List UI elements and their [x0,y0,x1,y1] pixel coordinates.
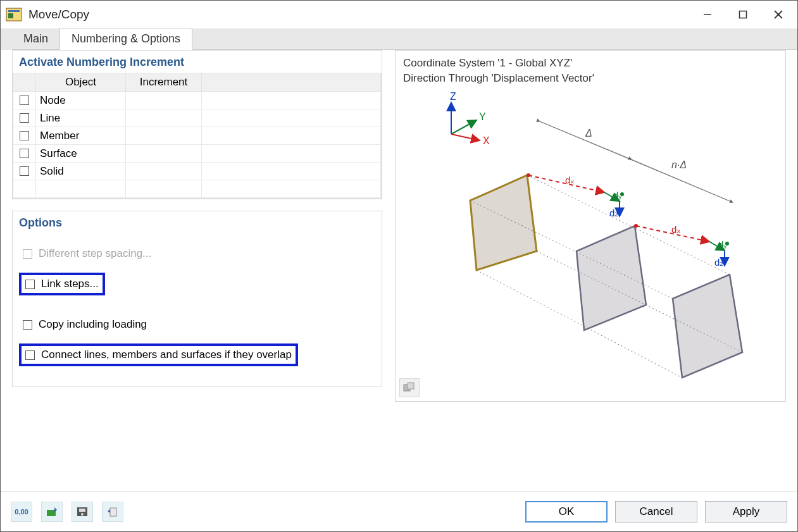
option-different-step-spacing: Different step spacing... [19,245,155,263]
tool-save-icon[interactable] [72,502,93,522]
checkbox-link-steps[interactable] [25,280,35,289]
tool-import-icon[interactable] [41,502,63,522]
close-button[interactable] [761,3,796,27]
svg-text:Y: Y [479,111,486,122]
svg-rect-43 [47,510,56,516]
label-member: Member [36,127,126,145]
svg-marker-18 [470,175,537,270]
svg-rect-47 [110,508,116,516]
increment-node[interactable] [126,92,202,109]
option-link-steps[interactable]: Link steps... [19,273,105,295]
app-icon [6,8,22,22]
tab-main[interactable]: Main [12,28,59,50]
svg-rect-42 [408,383,414,389]
maximize-button[interactable] [725,3,761,27]
checkbox-diff-step [23,249,32,259]
label-line: Line [36,109,126,127]
apply-button[interactable]: Apply [705,501,787,523]
panel-options: Options Different step spacing... Link s… [12,211,382,387]
preview-tool-icon[interactable] [399,378,420,397]
title-bar: Move/Copy [1,1,797,28]
label-diff-step: Different step spacing... [39,247,151,260]
svg-text:X: X [483,135,490,146]
tool-export-icon[interactable] [102,502,123,522]
label-node: Node [36,92,126,109]
option-copy-including-loading[interactable]: Copy including loading [19,316,151,333]
preview-line1: Coordinate System '1 - Global XYZ' [403,56,778,71]
label-surface: Surface [36,145,126,163]
checkbox-member[interactable] [20,131,29,140]
preview-panel: Coordinate System '1 - Global XYZ' Direc… [395,50,786,402]
cancel-button[interactable]: Cancel [615,501,697,523]
increment-solid[interactable] [126,163,202,180]
tab-bar: Main Numbering & Options [1,28,797,50]
svg-point-39 [634,224,638,228]
label-link-steps: Link steps... [41,278,99,290]
svg-text:Z: Z [450,91,456,102]
row-empty [13,180,381,198]
svg-text:d₂: d₂ [609,207,618,218]
minimize-button[interactable] [690,3,725,27]
grid-corner [13,73,36,92]
increment-member[interactable] [126,127,202,145]
dialog-footer: 0,00 OK Cancel Apply [1,491,797,531]
svg-rect-45 [79,509,85,512]
svg-text:Δ: Δ [585,128,592,139]
label-solid: Solid [36,163,126,180]
label-copy-loading: Copy including loading [39,318,147,331]
increment-surface[interactable] [126,145,202,163]
tab-numbering-options[interactable]: Numbering & Options [59,28,192,50]
checkbox-node[interactable] [20,96,29,105]
svg-rect-2 [8,13,13,18]
panel-title-options: Options [13,211,382,233]
column-increment: Increment [126,73,202,92]
row-node[interactable]: Node [13,92,381,109]
column-object: Object [36,73,126,92]
svg-text:d₂: d₂ [714,257,723,268]
svg-line-11 [451,134,480,140]
svg-text:n·Δ: n·Δ [671,159,687,170]
checkbox-copy-loading[interactable] [23,320,32,330]
svg-point-40 [725,242,729,245]
tool-decimals-icon[interactable]: 0,00 [11,502,32,522]
svg-rect-1 [8,10,20,12]
svg-text:dₓ: dₓ [671,224,681,235]
column-spacer [202,73,381,92]
panel-title-numbering: Activate Numbering Increment [13,51,382,73]
svg-point-31 [527,173,530,177]
svg-text:dₓ: dₓ [565,175,575,185]
option-connect-if-overlap[interactable]: Connect lines, members and surfaces if t… [19,343,298,366]
ok-button[interactable]: OK [525,501,608,523]
row-solid[interactable]: Solid [13,163,381,180]
svg-point-46 [81,513,84,516]
window-title: Move/Copy [28,8,690,22]
preview-line2: Direction Through 'Displacement Vector' [403,71,778,86]
preview-diagram: Z Y X Δ n·Δ [403,90,778,393]
label-connect-overlap: Connect lines, members and surfaces if t… [41,349,292,361]
numbering-grid: Object Increment Node Line [13,73,382,199]
row-member[interactable]: Member [13,127,381,145]
svg-marker-20 [673,275,742,378]
svg-point-32 [620,192,624,196]
svg-marker-19 [577,226,646,330]
row-surface[interactable]: Surface [13,145,381,163]
svg-line-9 [451,120,477,134]
checkbox-line[interactable] [20,113,29,123]
svg-rect-4 [740,11,747,18]
increment-line[interactable] [126,109,202,127]
checkbox-surface[interactable] [20,149,29,158]
panel-activate-numbering: Activate Numbering Increment Object Incr… [12,50,382,199]
checkbox-solid[interactable] [20,166,29,176]
row-line[interactable]: Line [13,109,381,127]
checkbox-connect-overlap[interactable] [25,350,35,360]
